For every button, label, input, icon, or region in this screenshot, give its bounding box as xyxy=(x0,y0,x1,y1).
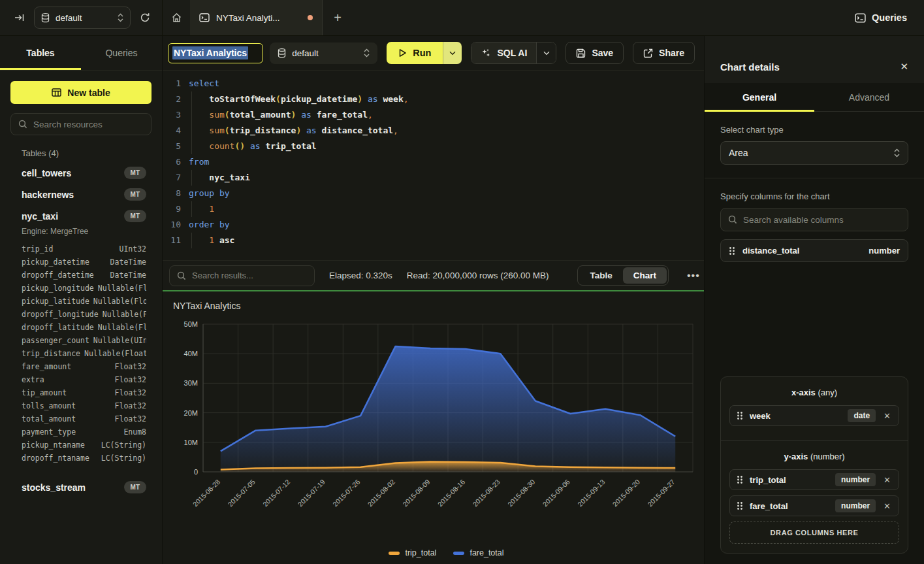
new-tab-button[interactable]: + xyxy=(323,0,353,35)
sql-ai-button[interactable]: SQL AI xyxy=(471,42,556,64)
line-number: 10 xyxy=(163,217,181,233)
refresh-button[interactable] xyxy=(137,10,153,25)
column-chip-distance_total[interactable]: distance_totalnumber xyxy=(720,239,908,262)
run-label: Run xyxy=(413,48,431,58)
column-row[interactable]: passenger_countNullable(UIn xyxy=(22,334,146,347)
svg-text:2015-09-20: 2015-09-20 xyxy=(611,478,642,508)
sidebar-tab-tables[interactable]: Tables xyxy=(0,36,81,70)
svg-text:2015-08-02: 2015-08-02 xyxy=(366,478,397,508)
new-table-button[interactable]: New table xyxy=(10,81,151,104)
resource-search-input[interactable] xyxy=(33,120,149,129)
sidebar-tab-queries[interactable]: Queries xyxy=(81,36,162,70)
legend-item-trip_total[interactable]: trip_total xyxy=(389,548,436,557)
new-table-label: New table xyxy=(67,88,110,98)
column-row[interactable]: pickup_datetimeDateTime xyxy=(22,256,146,269)
column-row[interactable]: tolls_amountFloat32 xyxy=(22,399,146,412)
share-button[interactable]: Share xyxy=(633,42,695,64)
terminal-icon xyxy=(855,13,866,23)
column-name: pickup_ntaname xyxy=(22,440,85,450)
run-options-button[interactable] xyxy=(443,42,462,64)
y-axis-label: y-axis xyxy=(784,452,808,461)
column-type: Nullable(Flo xyxy=(93,297,146,306)
column-row[interactable]: pickup_longitudeNullable(Fl xyxy=(22,282,146,295)
sql-ai-options-button[interactable] xyxy=(536,42,556,63)
tab-advanced[interactable]: Advanced xyxy=(814,83,924,111)
tables-section-label: Tables (4) xyxy=(0,135,162,162)
table-item-nyc-taxi[interactable]: nyc_taxi MT xyxy=(0,205,162,227)
column-row[interactable]: extraFloat32 xyxy=(22,373,146,386)
column-chip-week[interactable]: weekdate✕ xyxy=(729,405,899,426)
drop-zone[interactable]: DRAG COLUMNS HERE xyxy=(729,522,899,544)
chart-details-title: Chart details xyxy=(720,61,780,73)
remove-column-button[interactable]: ✕ xyxy=(882,411,892,421)
code-line: order by xyxy=(189,217,704,233)
drag-handle-icon[interactable] xyxy=(729,246,735,256)
chart-area[interactable]: 010M20M30M40M50M2015-06-282015-07-052015… xyxy=(170,316,696,542)
sparkles-icon xyxy=(481,48,491,58)
code-line: sum(total_amount) as fare_total, xyxy=(189,107,704,123)
engine-badge: MT xyxy=(124,210,146,222)
legend-item-fare_total[interactable]: fare_total xyxy=(453,548,503,557)
column-type: Float32 xyxy=(115,388,146,397)
column-row[interactable]: tip_amountFloat32 xyxy=(22,386,146,399)
drag-handle-icon[interactable] xyxy=(737,411,743,420)
y-axis-header: y-axis (number) xyxy=(729,449,899,469)
queries-button[interactable]: Queries xyxy=(855,12,907,23)
remove-column-button[interactable]: ✕ xyxy=(882,475,892,485)
save-button[interactable]: Save xyxy=(566,42,624,64)
column-name: tolls_amount xyxy=(22,401,76,410)
view-toggle-chart[interactable]: Chart xyxy=(623,267,667,284)
drag-handle-icon[interactable] xyxy=(737,501,743,510)
engine-badge: MT xyxy=(124,481,146,493)
chart-legend: trip_totalfare_total xyxy=(170,542,696,564)
chip-column-name: distance_total xyxy=(742,246,861,256)
table-item-cell-towers[interactable]: cell_towers MT xyxy=(0,162,162,184)
chart-type-select[interactable]: Area xyxy=(720,141,908,165)
run-button[interactable]: Run xyxy=(387,42,462,64)
column-row[interactable]: fare_amountFloat32 xyxy=(22,360,146,373)
column-row[interactable]: trip_distanceNullable(Float xyxy=(22,347,146,360)
code-line: 1 xyxy=(189,201,704,217)
view-toggle-table[interactable]: Table xyxy=(579,267,622,284)
drag-handle-icon[interactable] xyxy=(737,475,743,484)
indent-guide xyxy=(191,123,192,139)
results-menu-button[interactable]: ••• xyxy=(683,269,704,283)
tab-general[interactable]: General xyxy=(705,83,814,111)
x-axis-label: x-axis xyxy=(791,388,816,397)
table-item-hackernews[interactable]: hackernews MT xyxy=(0,184,162,205)
home-tab[interactable] xyxy=(163,0,190,35)
chart-title: NYTaxi Analytics xyxy=(170,298,696,316)
column-chip-trip_total[interactable]: trip_totalnumber✕ xyxy=(729,469,899,490)
column-row[interactable]: dropoff_ntanameLC(String) xyxy=(22,452,146,465)
results-search-input[interactable] xyxy=(192,271,307,280)
column-type: Nullable(Float xyxy=(84,349,146,358)
code-line: count() as trip_total xyxy=(189,139,704,154)
tab-nytaxi-analytics[interactable]: NYTaxi Analyti... xyxy=(190,0,323,35)
columns-search-input[interactable] xyxy=(743,215,900,225)
column-row[interactable]: pickup_latitudeNullable(Flo xyxy=(22,295,146,308)
elapsed-stat: Elapsed: 0.320s xyxy=(329,271,392,280)
chart-details-body: Select chart type Area Specify columns f… xyxy=(705,112,924,564)
column-row[interactable]: dropoff_datetimeDateTime xyxy=(22,269,146,282)
indent-guide xyxy=(191,233,192,248)
collapse-sidebar-button[interactable] xyxy=(12,10,27,25)
remove-column-button[interactable]: ✕ xyxy=(882,501,892,511)
query-title-input[interactable]: NYTaxi Analytics xyxy=(168,43,263,63)
svg-text:20M: 20M xyxy=(184,409,198,417)
table-item-stocks-stream[interactable]: stocks_stream MT xyxy=(0,476,162,498)
column-row[interactable]: pickup_ntanameLC(String) xyxy=(22,439,146,452)
column-row[interactable]: payment_typeEnum8 xyxy=(22,425,146,439)
column-row[interactable]: dropoff_longitudeNullable(F xyxy=(22,308,146,321)
close-panel-button[interactable]: ✕ xyxy=(900,61,908,73)
search-icon xyxy=(18,120,27,129)
chip-type-badge: number xyxy=(835,473,876,486)
sql-editor[interactable]: 1234567891011 select toStartOfWeek(picku… xyxy=(163,71,704,260)
share-label: Share xyxy=(659,48,684,58)
column-row[interactable]: trip_idUInt32 xyxy=(22,242,146,256)
toolbar-database-selector[interactable]: default xyxy=(270,42,377,64)
query-workspace: NYTaxi Analytics default xyxy=(163,36,704,564)
column-row[interactable]: dropoff_latitudeNullable(Fl xyxy=(22,321,146,334)
topbar-database-selector[interactable]: default xyxy=(34,7,131,29)
column-row[interactable]: total_amountFloat32 xyxy=(22,412,146,425)
column-chip-fare_total[interactable]: fare_totalnumber✕ xyxy=(729,495,899,516)
